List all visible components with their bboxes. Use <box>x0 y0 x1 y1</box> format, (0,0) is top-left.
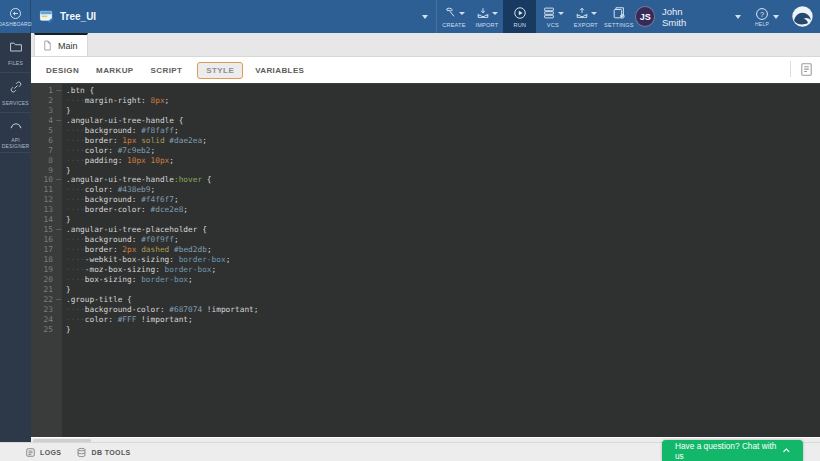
line-number: 15– <box>31 225 62 235</box>
db-tools-label: DB TOOLS <box>91 449 130 456</box>
line-number: 8 <box>31 156 62 166</box>
line-number: 16 <box>31 235 62 245</box>
code-line[interactable]: .angular-ui-tree-handle { <box>66 116 820 126</box>
tab-markup[interactable]: MARKUP <box>94 63 136 78</box>
project-selector[interactable]: Tree_UI <box>31 0 436 33</box>
code-line[interactable]: .btn { <box>66 86 820 96</box>
avatar: JS <box>635 6 655 27</box>
tab-script[interactable]: SCRIPT <box>149 63 185 78</box>
toolbar-button-label: IMPORT <box>475 22 498 28</box>
logs-button[interactable]: LOGS <box>25 447 61 458</box>
fold-toggle-icon[interactable]: – <box>56 225 61 235</box>
code-line[interactable]: ····background: #f4f6f7; <box>66 195 820 205</box>
code-area[interactable]: .btn {····margin-right: 8px;}.angular-ui… <box>62 84 820 437</box>
chat-label: Have a question? Chat with us <box>675 441 782 461</box>
chat-widget[interactable]: Have a question? Chat with us <box>662 440 803 461</box>
code-line[interactable]: ····color: #7c9eb2; <box>66 146 820 156</box>
code-line[interactable]: ····background: #f0f9ff; <box>66 235 820 245</box>
help-label: HELP <box>755 21 769 27</box>
toolbar-button-label: VCS <box>547 22 559 28</box>
sidebar-item-label: FILES <box>7 60 24 66</box>
sidebar: FILESSERVICESAPI DESIGNER <box>0 33 31 442</box>
line-number: 23 <box>31 305 62 315</box>
svg-text:?: ? <box>760 9 764 18</box>
code-line[interactable]: } <box>66 215 820 225</box>
tab-main-page[interactable]: Main <box>34 33 88 56</box>
code-line[interactable]: } <box>66 285 820 295</box>
app-window: DASHBOARD Tree_UI CREATEIMPORTRUNVCSEXPO… <box>0 0 820 461</box>
tab-variables[interactable]: VARIABLES <box>253 63 306 78</box>
code-line[interactable]: ····-moz-box-sizing: border-box; <box>66 265 820 275</box>
code-line[interactable]: .angular-ui-tree-handle:hover { <box>66 175 820 185</box>
line-number: 25 <box>31 325 62 335</box>
dashboard-button[interactable]: DASHBOARD <box>0 0 31 33</box>
line-number: 19 <box>31 265 62 275</box>
sidebar-item-services[interactable]: SERVICES <box>0 73 31 113</box>
help-menu[interactable]: ? HELP <box>755 0 779 33</box>
code-line[interactable]: ····box-sizing: border-box; <box>66 275 820 285</box>
toolbar-button-group: CREATEIMPORTRUNVCSEXPORTSETTINGS <box>436 0 635 33</box>
create-button[interactable]: CREATE <box>437 0 470 33</box>
import-button[interactable]: IMPORT <box>470 0 503 33</box>
database-icon <box>76 447 87 458</box>
link-icon <box>9 80 23 98</box>
code-line[interactable]: ····background: #f8faff; <box>66 126 820 136</box>
toolbar-button-label: CREATE <box>442 22 465 28</box>
sidebar-item-files[interactable]: FILES <box>0 33 31 73</box>
code-line[interactable]: ····-webkit-box-sizing: border-box; <box>66 255 820 265</box>
code-line[interactable]: ····border-color: #dce2e8; <box>66 205 820 215</box>
line-number: 6 <box>31 136 62 146</box>
import-tray-icon <box>476 6 490 20</box>
code-line[interactable]: .angular-ui-tree-placeholder { <box>66 225 820 235</box>
db-tools-button[interactable]: DB TOOLS <box>76 447 130 458</box>
code-line[interactable]: ····background-color: #687074 !important… <box>66 305 820 315</box>
fold-toggle-icon[interactable]: – <box>56 175 61 185</box>
code-line[interactable]: .group-title { <box>66 295 820 305</box>
code-line[interactable]: } <box>66 166 820 176</box>
line-number: 24 <box>31 315 62 325</box>
code-line[interactable]: ····margin-right: 8px; <box>66 96 820 106</box>
line-number: 18 <box>31 255 62 265</box>
settings-button[interactable]: SETTINGS <box>602 0 635 33</box>
line-number: 11 <box>31 185 62 195</box>
fold-toggle-icon[interactable]: – <box>56 116 61 126</box>
sidebar-item-api-designer[interactable]: API DESIGNER <box>0 113 31 153</box>
export-button[interactable]: EXPORT <box>569 0 602 33</box>
arc-icon <box>9 117 23 135</box>
fold-toggle-icon[interactable]: – <box>56 86 61 96</box>
line-number: 3 <box>31 106 62 116</box>
line-number: 22– <box>31 295 62 305</box>
line-number: 1– <box>31 86 62 96</box>
dropdown-caret-icon <box>591 12 597 15</box>
code-line[interactable]: ····border: 2px dashed #bed2db; <box>66 245 820 255</box>
fold-toggle-icon[interactable]: – <box>56 295 61 305</box>
editor-toolbar: DESIGNMARKUPSCRIPTSTYLEVARIABLES <box>31 57 820 83</box>
toolbar-button-label: SETTINGS <box>604 22 634 28</box>
code-line[interactable]: } <box>66 325 820 335</box>
page-icon <box>42 40 53 51</box>
code-line[interactable]: ····border: 1px solid #dae2ea; <box>66 136 820 146</box>
line-number: 21 <box>31 285 62 295</box>
export-tray-icon <box>575 6 589 20</box>
tab-style[interactable]: STYLE <box>197 62 243 79</box>
brand-wave-logo[interactable] <box>791 0 814 33</box>
sidebar-item-label: API DESIGNER <box>0 137 31 149</box>
code-line[interactable]: } <box>66 106 820 116</box>
line-number: 10– <box>31 175 62 185</box>
line-number: 5 <box>31 126 62 136</box>
run-button[interactable]: RUN <box>503 0 536 33</box>
line-number: 20 <box>31 275 62 285</box>
tab-design[interactable]: DESIGN <box>44 63 81 78</box>
line-number: 7 <box>31 146 62 156</box>
code-line[interactable]: ····color: #438eb9; <box>66 185 820 195</box>
vcs-button[interactable]: VCS <box>536 0 569 33</box>
user-menu[interactable]: JS John Smith <box>635 0 741 33</box>
code-line[interactable]: ····padding: 10px 10px; <box>66 156 820 166</box>
code-editor: 1–234–5678910–1112131415–16171819202122–… <box>31 83 820 437</box>
code-line[interactable]: ····color: #FFF !important; <box>66 315 820 325</box>
line-number: 9 <box>31 166 62 176</box>
sidebar-item-label: SERVICES <box>1 100 30 106</box>
format-code-icon[interactable] <box>799 62 814 77</box>
server-stack-icon <box>542 6 556 20</box>
project-caret-icon <box>422 15 428 19</box>
